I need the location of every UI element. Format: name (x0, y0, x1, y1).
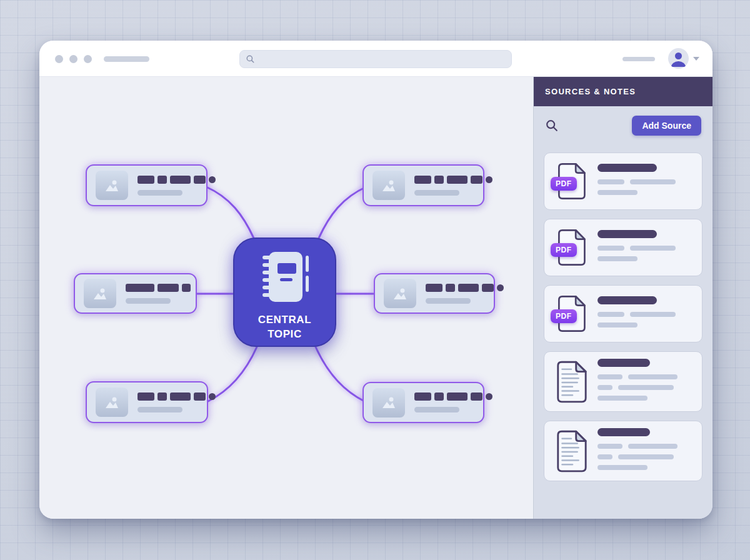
image-placeholder-icon (84, 279, 116, 308)
node-skeleton-text (126, 284, 191, 304)
sources-sidebar: SOURCES & NOTES Add Source (533, 77, 712, 519)
person-icon (668, 48, 689, 69)
tab-title-placeholder (104, 56, 149, 62)
sidebar-toolbar: Add Source (534, 106, 712, 145)
window-control-dot[interactable] (55, 55, 63, 63)
central-topic-label: CENTRAL TOPIC (250, 313, 320, 342)
user-avatar[interactable] (668, 48, 689, 69)
address-search-bar[interactable] (239, 50, 512, 68)
source-card-pdf[interactable]: PDF (544, 285, 702, 342)
browser-topbar (39, 41, 712, 77)
node-skeleton-text (138, 176, 216, 196)
mindmap-node-top-right[interactable] (362, 164, 484, 206)
pdf-badge: PDF (551, 243, 577, 257)
notebook-icon (256, 247, 314, 309)
pdf-file-icon: PDF (553, 160, 589, 202)
search-icon (246, 54, 255, 64)
node-skeleton-text (426, 284, 504, 304)
mindmap-node-bottom-right[interactable] (362, 382, 484, 423)
image-placeholder-icon (96, 171, 128, 200)
app-window: CENTRAL TOPIC (39, 41, 712, 519)
node-skeleton-text (414, 392, 492, 412)
source-card-pdf[interactable]: PDF (544, 219, 702, 276)
mindmap-node-top-left[interactable] (86, 164, 208, 206)
source-card-pdf[interactable]: PDF (544, 152, 702, 210)
source-card-note[interactable] (544, 421, 702, 481)
mindmap-canvas[interactable]: CENTRAL TOPIC (39, 77, 533, 519)
source-skeleton-text (598, 162, 693, 201)
window-control-dot[interactable] (69, 55, 78, 63)
source-skeleton-text (598, 229, 693, 267)
source-list: PDF PDF (534, 145, 712, 481)
add-source-button[interactable]: Add Source (632, 116, 701, 136)
source-skeleton-text (598, 427, 693, 476)
search-input[interactable] (260, 54, 506, 64)
mindmap-node-middle-right[interactable] (374, 273, 495, 314)
source-skeleton-text (598, 295, 693, 333)
search-icon[interactable] (545, 119, 559, 132)
chevron-down-icon[interactable] (693, 57, 699, 61)
mindmap-node-bottom-left[interactable] (86, 381, 208, 423)
document-file-icon (553, 361, 589, 403)
source-skeleton-text (598, 358, 693, 406)
sidebar-header: SOURCES & NOTES (534, 77, 712, 106)
menu-placeholder (622, 57, 655, 61)
image-placeholder-icon (372, 171, 405, 200)
source-card-note[interactable] (544, 351, 702, 412)
pdf-badge: PDF (551, 309, 577, 323)
image-placeholder-icon (372, 388, 405, 418)
document-file-icon (553, 430, 589, 472)
node-skeleton-text (138, 392, 216, 412)
mindmap-node-middle-left[interactable] (74, 273, 197, 314)
pdf-file-icon: PDF (553, 226, 589, 269)
image-placeholder-icon (96, 388, 128, 417)
pdf-badge: PDF (551, 177, 577, 191)
sidebar-title: SOURCES & NOTES (545, 87, 636, 96)
window-control-dot[interactable] (84, 55, 92, 63)
node-skeleton-text (414, 176, 492, 196)
pdf-file-icon: PDF (553, 292, 589, 335)
image-placeholder-icon (384, 279, 416, 308)
central-topic-node[interactable]: CENTRAL TOPIC (233, 238, 336, 347)
window-controls[interactable] (55, 55, 92, 63)
